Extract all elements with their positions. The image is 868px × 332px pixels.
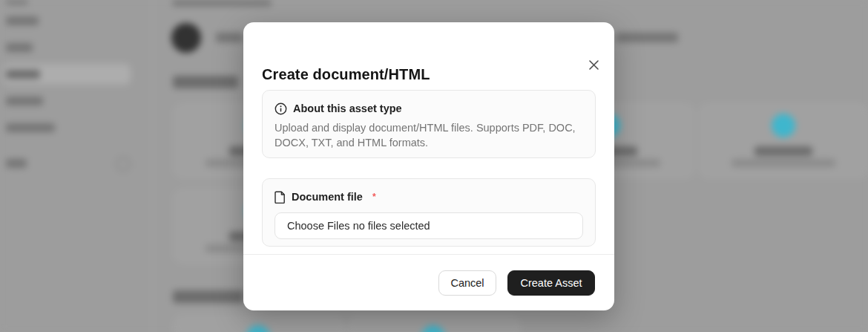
file-input-text: Choose Files no files selected [287, 220, 430, 232]
about-box-header: About this asset type [274, 101, 583, 116]
section-heading-placeholder [173, 76, 238, 88]
sidebar-collapse-icon [116, 157, 131, 172]
asset-card-icon [772, 114, 795, 137]
header-text-placeholder [216, 33, 243, 42]
screen: Create document/HTML About this asset ty… [0, 0, 868, 332]
about-box-title: About this asset type [293, 102, 402, 114]
sidebar-divider [152, 0, 153, 332]
info-icon [274, 102, 287, 115]
header-text-placeholder [616, 33, 678, 42]
sidebar-item-placeholder [6, 159, 27, 168]
avatar [171, 23, 201, 53]
sidebar-item-placeholder [6, 43, 33, 52]
cancel-button[interactable]: Cancel [438, 270, 496, 296]
document-file-label-row: Document file * [274, 189, 583, 204]
page-top-text-placeholder [172, 0, 272, 6]
required-marker: * [372, 192, 376, 202]
sidebar-item-placeholder [6, 70, 40, 79]
asset-card-subtitle-placeholder [731, 159, 835, 167]
modal-title: Create document/HTML [262, 66, 430, 83]
document-file-box: Document file * Choose Files no files se… [262, 178, 596, 247]
sidebar-logo-placeholder [6, 0, 28, 4]
about-box-description: Upload and display document/HTML files. … [274, 120, 583, 150]
create-asset-button[interactable]: Create Asset [507, 270, 595, 296]
close-button[interactable] [583, 54, 604, 75]
modal-footer: Cancel Create Asset [243, 254, 614, 310]
about-asset-type-box: About this asset type Upload and display… [262, 90, 596, 158]
document-file-label: Document file [292, 191, 363, 203]
section-heading-placeholder [173, 290, 244, 303]
sidebar-item-placeholder [6, 97, 43, 105]
document-icon [274, 191, 286, 204]
document-file-input[interactable]: Choose Files no files selected [274, 212, 583, 239]
asset-card-title-placeholder [754, 146, 812, 156]
close-icon [588, 59, 599, 71]
sidebar-item-placeholder [6, 16, 39, 25]
sidebar-item-placeholder [6, 123, 55, 132]
create-document-modal: Create document/HTML About this asset ty… [243, 22, 614, 310]
